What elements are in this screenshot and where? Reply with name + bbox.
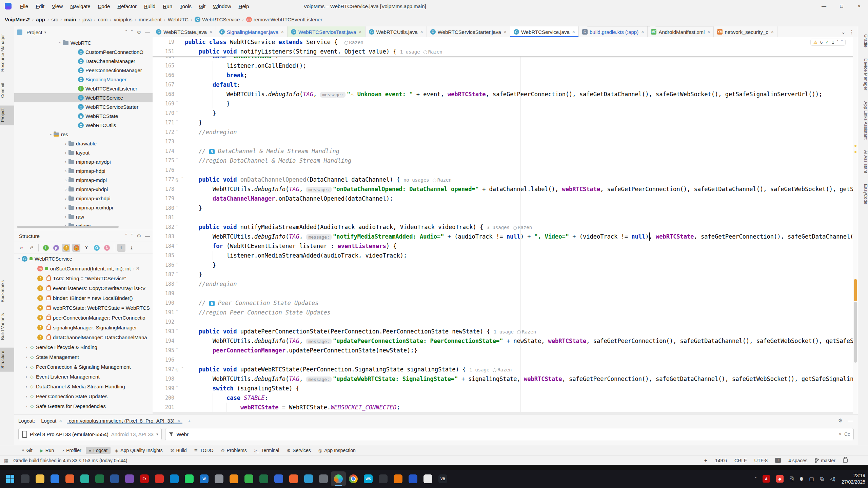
chevron-icon[interactable]: › — [24, 354, 29, 360]
show-inherited-icon[interactable]: I — [42, 244, 50, 252]
close-tab-icon[interactable]: × — [572, 29, 575, 35]
ai-assistant-icon[interactable]: ✦ — [704, 458, 708, 463]
taskbar-clock[interactable]: 23:19 27/02/2025 — [842, 472, 865, 485]
hide-panel-icon[interactable]: — — [145, 233, 150, 239]
tree-item-mipmap-xxhdpi[interactable]: ›mipmap-xxhdpi — [14, 194, 153, 203]
menu-view[interactable]: View — [48, 3, 66, 9]
tree-item-mipmap-hdpi[interactable]: ›mipmap-hdpi — [14, 166, 153, 176]
taskbar-app-green[interactable] — [241, 471, 256, 486]
logcat-settings-gear-icon[interactable]: ⚙ — [838, 418, 843, 424]
breadcrumb-item[interactable]: src — [51, 17, 58, 22]
tree-item-raw[interactable]: ›raw — [14, 212, 153, 221]
tool-window-button-todo[interactable]: ≣TODO — [191, 447, 217, 454]
show-fields-icon[interactable]: f — [62, 244, 70, 252]
close-tab-icon[interactable]: × — [359, 29, 361, 35]
tool-window-button-services[interactable]: ⚙Services — [283, 447, 314, 454]
chevron-icon[interactable]: › — [17, 256, 22, 262]
breadcrumb-item[interactable]: CWebRTCService — [195, 17, 240, 22]
breadcrumb-item[interactable]: main — [64, 17, 76, 22]
taskbar-browser-orange[interactable] — [62, 471, 77, 486]
code-editor[interactable]: 164case "onCallEnded":165listener.onCall… — [153, 37, 858, 414]
tab-webrtcstate-java[interactable]: CWebRTCState.java× — [153, 26, 216, 37]
close-tab-icon[interactable]: × — [504, 29, 507, 35]
close-tab-icon[interactable]: × — [641, 29, 644, 35]
tree-item-webrtceventlistener[interactable]: IWebRTCEventListener — [14, 84, 153, 93]
tab-webrtcservicestarter-java[interactable]: CWebRTCServiceStarter.java× — [427, 26, 510, 37]
chevron-icon[interactable]: › — [63, 150, 68, 155]
structure-item[interactable]: ›◇Service Lifecycle & Binding — [14, 342, 153, 352]
mouse-tray-icon[interactable]: ⬮ — [800, 476, 803, 482]
menu-run[interactable]: Run — [159, 3, 176, 9]
taskbar-skype[interactable] — [167, 471, 182, 486]
taskbar-filezilla[interactable]: Fz — [137, 471, 152, 486]
unlock-icon[interactable] — [843, 459, 848, 463]
volume-tray-icon[interactable]: ◁) — [830, 476, 835, 482]
sidebar-item-app-links-assistant[interactable]: App Links Assistant — [858, 98, 868, 143]
autoscroll-to-source-icon[interactable]: ⤒ — [117, 244, 125, 252]
gear-icon[interactable]: ⚙ — [137, 233, 141, 239]
taskbar-vbnet[interactable]: VB — [435, 471, 450, 486]
close-tab-icon[interactable]: × — [420, 29, 423, 35]
show-lambdas-icon[interactable]: λ — [103, 244, 111, 252]
chevron-icon[interactable]: › — [58, 40, 63, 46]
chevron-icon[interactable]: › — [24, 404, 29, 409]
structure-item[interactable]: monStartCommand(Intent, int, int): int↑ … — [14, 264, 153, 273]
tab-webrtcservicetest-java[interactable]: CWebRTCServiceTest.java× — [288, 26, 366, 37]
editor-scrollbar[interactable] — [853, 37, 858, 414]
expand-all-icon[interactable]: ˆ — [125, 29, 127, 35]
tree-item-mipmap-mdpi[interactable]: ›mipmap-mdpi — [14, 176, 153, 185]
chevron-icon[interactable]: › — [63, 141, 68, 146]
logcat-filter-input[interactable]: Webr × Cc — [165, 428, 854, 440]
tree-item-mipmap-xxxhdpi[interactable]: ›mipmap-xxxhdpi — [14, 203, 153, 212]
sidebar-item-commit[interactable]: Commit — [0, 80, 14, 101]
show-hidden-tabs-icon[interactable]: ⌄ — [841, 29, 846, 35]
taskbar-excel[interactable] — [92, 471, 107, 486]
taskbar-notepad[interactable] — [420, 471, 435, 486]
menu-file[interactable]: File — [16, 3, 32, 9]
show-non-public-icon[interactable]: 🔒 — [72, 244, 80, 252]
tab-webrtcutils-java[interactable]: CWebRTCUtils.java× — [366, 26, 427, 37]
structure-item[interactable]: feventListeners: CopyOnWriteArrayList<V — [14, 283, 153, 293]
tool-window-button-run[interactable]: ▶Run — [37, 447, 57, 454]
scrollbar-thumb[interactable] — [854, 302, 857, 363]
tab-network-security-c[interactable]: XMnetwork_security_c× — [714, 26, 777, 37]
tool-window-button-git[interactable]: ⑂Git — [19, 447, 36, 454]
tree-item-drawable[interactable]: ›drawable — [14, 139, 153, 148]
sidebar-item-structure[interactable]: Structure — [0, 348, 14, 372]
chevron-icon[interactable]: › — [63, 187, 68, 192]
taskbar-app-blue4[interactable] — [406, 471, 420, 486]
structure-item[interactable]: ›CWebRTCService — [14, 254, 153, 264]
autoscroll-from-source-icon[interactable]: ⤓ — [127, 244, 136, 252]
inspections-widget[interactable]: ⚠ 6 ✓ 1 ˆ ˇ — [810, 39, 846, 46]
tray-expand-icon[interactable]: ˆ — [755, 476, 756, 482]
add-logcat-tab-button[interactable]: + — [184, 418, 195, 424]
tool-window-button-build[interactable]: ⚒Build — [167, 447, 190, 454]
chevron-icon[interactable]: › — [63, 196, 68, 201]
tool-window-button-logcat[interactable]: ≡Logcat — [86, 447, 111, 454]
close-tab-icon[interactable]: × — [210, 29, 212, 35]
taskbar-whatsapp[interactable] — [182, 471, 197, 486]
breadcrumb-item[interactable]: app — [36, 17, 45, 22]
hide-panel-icon[interactable]: — — [145, 29, 150, 35]
structure-item[interactable]: ›◇PeerConnection & Signaling Management — [14, 362, 153, 372]
taskbar-app-orange[interactable] — [226, 471, 241, 486]
chevron-icon[interactable]: › — [24, 364, 29, 369]
tool-window-button-profiler[interactable]: ◔Profiler — [58, 447, 84, 454]
sidebar-item-project[interactable]: Project — [0, 105, 14, 125]
tool-window-button-app-inspection[interactable]: ◎App Inspection — [315, 447, 359, 454]
taskbar-chrome[interactable] — [346, 471, 361, 486]
chevron-icon[interactable]: › — [24, 384, 29, 389]
tab-options-kebab-icon[interactable]: ⋮ — [849, 29, 854, 35]
sidebar-item-build-variants[interactable]: Build Variants — [0, 310, 14, 343]
collapse-all-icon[interactable]: ˇ — [131, 29, 133, 35]
taskbar-app-purple[interactable] — [122, 471, 137, 486]
taskbar-app-blue2[interactable] — [271, 471, 286, 486]
maximize-button[interactable]: □ — [833, 0, 850, 12]
breadcrumb-item[interactable]: VoipMms2 — [5, 17, 30, 22]
sidebar-item-gradle[interactable]: Gradle — [858, 31, 868, 50]
chevron-icon[interactable]: › — [24, 394, 29, 399]
sidebar-item-device-manager[interactable]: Device Manager — [858, 55, 868, 94]
close-button[interactable]: × — [850, 0, 868, 12]
minimize-button[interactable]: — — [815, 0, 833, 12]
structure-item[interactable]: fwebRTCState: WebRTCState = WebRTCS — [14, 303, 153, 313]
